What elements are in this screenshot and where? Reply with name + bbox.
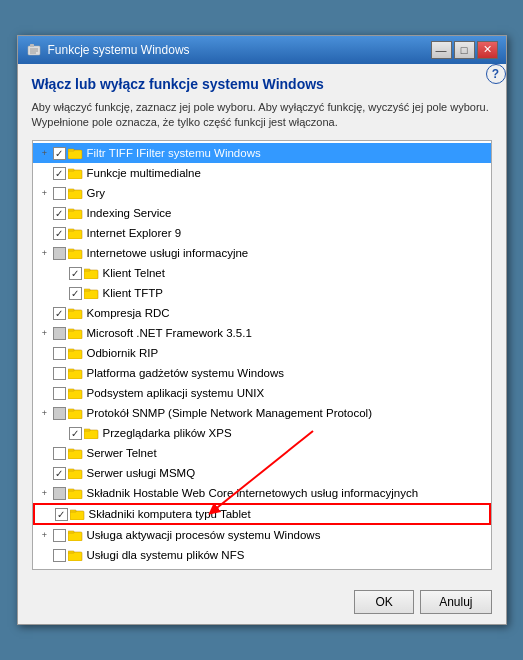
list-item[interactable]: + Usługi dla systemu plików NFS bbox=[33, 545, 491, 565]
folder-icon bbox=[68, 305, 84, 321]
checkbox[interactable] bbox=[53, 347, 66, 360]
svg-rect-35 bbox=[68, 450, 82, 459]
svg-rect-27 bbox=[68, 370, 82, 379]
folder-icon bbox=[68, 365, 84, 381]
checkbox[interactable]: ✓ bbox=[53, 147, 66, 160]
item-label: Przeglądarka plików XPS bbox=[103, 427, 232, 439]
main-title: Włącz lub wyłącz funkcje systemu Windows bbox=[32, 76, 492, 92]
list-item[interactable]: +✓ Filtr TIFF IFilter systemu Windows bbox=[33, 143, 491, 163]
checkbox[interactable] bbox=[53, 187, 66, 200]
checkbox[interactable]: ✓ bbox=[55, 508, 68, 521]
folder-icon bbox=[68, 485, 84, 501]
folder-icon bbox=[68, 185, 84, 201]
folder-icon bbox=[68, 205, 84, 221]
help-icon[interactable]: ? bbox=[486, 64, 506, 84]
item-label: Składniki komputera typu Tablet bbox=[89, 508, 251, 520]
svg-rect-26 bbox=[68, 349, 74, 351]
list-item[interactable]: + Odbiornik RIP bbox=[33, 343, 491, 363]
list-item[interactable]: +✓ Internet Explorer 9 bbox=[33, 223, 491, 243]
checkbox[interactable]: ✓ bbox=[69, 287, 82, 300]
list-item[interactable]: ✓ Klient TFTP bbox=[33, 283, 491, 303]
list-item[interactable]: + Gry bbox=[33, 183, 491, 203]
checkbox[interactable]: ✓ bbox=[53, 227, 66, 240]
item-label: Klient Telnet bbox=[103, 267, 165, 279]
checkbox[interactable]: ✓ bbox=[69, 427, 82, 440]
item-label: Filtr TIFF IFilter systemu Windows bbox=[87, 147, 261, 159]
expander-icon[interactable]: + bbox=[37, 325, 53, 341]
list-item[interactable]: + Internetowe usługi informacyjne bbox=[33, 243, 491, 263]
checkbox[interactable]: ✓ bbox=[53, 167, 66, 180]
checkbox[interactable] bbox=[53, 367, 66, 380]
list-item[interactable]: +✓ Funkcje multimedialne bbox=[33, 163, 491, 183]
svg-rect-11 bbox=[68, 210, 82, 219]
folder-icon bbox=[68, 245, 84, 261]
item-label: Internetowe usługi informacyjne bbox=[87, 247, 249, 259]
checkbox[interactable]: ✓ bbox=[53, 207, 66, 220]
checkbox[interactable] bbox=[53, 447, 66, 460]
list-item[interactable]: ✓ Przeglądarka plików XPS bbox=[33, 423, 491, 443]
title-bar: Funkcje systemu Windows — □ ✕ bbox=[18, 36, 506, 64]
list-item[interactable]: +✓ Kompresja RDC bbox=[33, 303, 491, 323]
svg-rect-41 bbox=[70, 511, 84, 520]
item-label: Klient TFTP bbox=[103, 287, 164, 299]
list-item[interactable]: + Microsoft .NET Framework 3.5.1 bbox=[33, 323, 491, 343]
content-area: Włącz lub wyłącz funkcje systemu Windows… bbox=[18, 64, 506, 583]
list-item[interactable]: + Serwer Telnet bbox=[33, 443, 491, 463]
expander-icon[interactable]: + bbox=[37, 185, 53, 201]
item-label: Indexing Service bbox=[87, 207, 172, 219]
checkbox[interactable] bbox=[53, 487, 66, 500]
folder-icon bbox=[68, 225, 84, 241]
item-label: Internet Explorer 9 bbox=[87, 227, 182, 239]
checkbox[interactable] bbox=[53, 549, 66, 562]
checkbox[interactable]: ✓ bbox=[53, 307, 66, 320]
svg-rect-31 bbox=[68, 410, 82, 419]
checkbox[interactable] bbox=[53, 529, 66, 542]
svg-rect-24 bbox=[68, 329, 74, 331]
features-list[interactable]: +✓ Filtr TIFF IFilter systemu Windows+✓ … bbox=[32, 140, 492, 570]
folder-icon bbox=[68, 445, 84, 461]
expander-icon[interactable]: + bbox=[37, 405, 53, 421]
list-item[interactable]: ✓ Klient Telnet bbox=[33, 263, 491, 283]
maximize-button[interactable]: □ bbox=[454, 41, 475, 59]
item-label: Gry bbox=[87, 187, 106, 199]
list-item[interactable]: + Protokół SNMP (Simple Network Manageme… bbox=[33, 403, 491, 423]
list-item[interactable]: + Platforma gadżetów systemu Windows bbox=[33, 363, 491, 383]
cancel-button[interactable]: Anuluj bbox=[420, 590, 491, 614]
svg-rect-12 bbox=[68, 209, 74, 211]
list-item[interactable]: + Składnik Hostable Web Core internetowy… bbox=[33, 483, 491, 503]
svg-rect-20 bbox=[84, 289, 90, 291]
item-label: Usługi drukowania i zarządzania dokument… bbox=[87, 569, 324, 570]
checkbox[interactable]: ✓ bbox=[69, 267, 82, 280]
close-button[interactable]: ✕ bbox=[477, 41, 498, 59]
svg-rect-40 bbox=[68, 489, 74, 491]
list-item[interactable]: +✓ Serwer usługi MSMQ bbox=[33, 463, 491, 483]
item-label: Podsystem aplikacji systemu UNIX bbox=[87, 387, 265, 399]
list-item[interactable]: +✓ Usługi drukowania i zarządzania dokum… bbox=[33, 565, 491, 570]
expander-icon[interactable]: + bbox=[37, 145, 53, 161]
checkbox[interactable] bbox=[53, 247, 66, 260]
folder-icon bbox=[68, 385, 84, 401]
item-label: Składnik Hostable Web Core internetowych… bbox=[87, 487, 419, 499]
checkbox[interactable]: ✓ bbox=[53, 569, 66, 571]
folder-icon bbox=[68, 145, 84, 161]
svg-rect-14 bbox=[68, 229, 74, 231]
expander-icon[interactable]: + bbox=[37, 485, 53, 501]
list-item[interactable]: +✓ Indexing Service bbox=[33, 203, 491, 223]
folder-icon bbox=[68, 465, 84, 481]
list-item[interactable]: +✓ Składniki komputera typu Tablet bbox=[33, 503, 491, 525]
list-item[interactable]: + Podsystem aplikacji systemu UNIX bbox=[33, 383, 491, 403]
checkbox[interactable] bbox=[53, 387, 66, 400]
expander-icon[interactable]: + bbox=[37, 245, 53, 261]
folder-icon bbox=[68, 405, 84, 421]
svg-rect-21 bbox=[68, 310, 82, 319]
list-item[interactable]: + Usługa aktywacji procesów systemu Wind… bbox=[33, 525, 491, 545]
item-label: Kompresja RDC bbox=[87, 307, 170, 319]
checkbox[interactable]: ✓ bbox=[53, 467, 66, 480]
checkbox[interactable] bbox=[53, 407, 66, 420]
item-label: Usługi dla systemu plików NFS bbox=[87, 549, 245, 561]
expander-icon[interactable]: + bbox=[37, 527, 53, 543]
ok-button[interactable]: OK bbox=[354, 590, 414, 614]
minimize-button[interactable]: — bbox=[431, 41, 452, 59]
folder-icon bbox=[84, 285, 100, 301]
checkbox[interactable] bbox=[53, 327, 66, 340]
